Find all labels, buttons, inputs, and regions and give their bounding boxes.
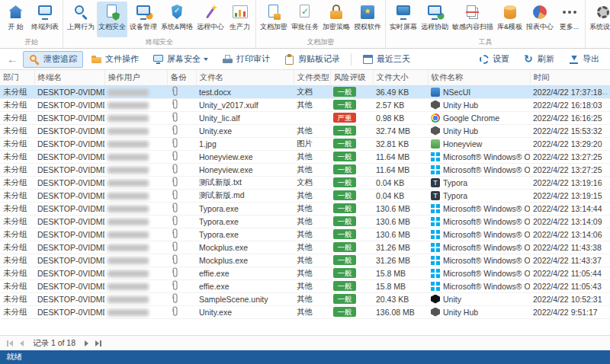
table-row[interactable]: 未分组 DESKTOP-0VIDMDJ 1.jpg 图片 一般 32.81 KB…	[0, 137, 610, 150]
ribbon-button[interactable]: 终端列表	[30, 2, 60, 37]
toolbar-action-button[interactable]: 设置	[472, 51, 515, 68]
column-header[interactable]: 部门	[0, 70, 34, 85]
cell-operator	[104, 150, 167, 163]
paperclip-icon[interactable]	[170, 177, 179, 189]
table-row[interactable]: 未分组 DESKTOP-0VIDMDJ Typora.exe 其他 一般 130…	[0, 202, 610, 215]
ribbon-button[interactable]: 远程协助	[419, 2, 450, 37]
table-row[interactable]: 未分组 DESKTOP-0VIDMDJ Typora.exe 其他 一般 130…	[0, 228, 610, 241]
toolbar-button[interactable]: 剪贴板记录	[278, 51, 346, 68]
table-row[interactable]: 未分组 DESKTOP-0VIDMDJ effie.exe 其他 一般 15.8…	[0, 279, 610, 292]
paperclip-icon[interactable]	[170, 125, 179, 137]
column-header[interactable]: 文件类型	[294, 70, 330, 85]
ribbon-button-label: 上网行为	[67, 22, 95, 32]
column-header[interactable]: 文件大小	[373, 70, 428, 85]
cell-appname: Typora	[428, 176, 530, 189]
row-actions-button[interactable]: ...	[599, 87, 608, 96]
column-header[interactable]: 时间	[530, 70, 610, 85]
paperclip-icon[interactable]	[170, 112, 179, 124]
column-header[interactable]: 备份	[167, 70, 196, 85]
column-header[interactable]: 风险评级	[330, 70, 373, 85]
ribbon-button-label: 开 始	[8, 22, 24, 32]
table-row[interactable]: 未分组 DESKTOP-0VIDMDJ 测试新版.txt 文档 一般 0.04 …	[0, 176, 610, 189]
ribbon-button[interactable]: 远程中心	[195, 2, 226, 37]
prev-page-button[interactable]	[18, 337, 26, 350]
cell-time: 2022/4/22 16:16:25...	[530, 111, 610, 124]
risk-badge: 严重	[333, 113, 356, 123]
paperclip-icon[interactable]	[170, 280, 179, 292]
app-name: Unity Hub	[443, 126, 478, 136]
ribbon-button[interactable]: 生产力	[226, 2, 253, 37]
toolbar-action-button[interactable]: 刷新	[517, 51, 560, 68]
ribbon-button[interactable]: 更多...	[556, 2, 583, 37]
paperclip-icon[interactable]	[170, 293, 179, 305]
table-row[interactable]: 未分组 DESKTOP-0VIDMDJ Typora.exe 其他 一般 130…	[0, 215, 610, 228]
paperclip-icon[interactable]	[170, 99, 179, 111]
paperclip-icon[interactable]	[170, 86, 179, 98]
paperclip-icon[interactable]	[170, 306, 179, 318]
ribbon-button[interactable]: 文档安全	[97, 2, 127, 37]
column-header[interactable]: 操作用户	[104, 70, 167, 85]
date-filter-button[interactable]: 最近三天	[356, 51, 416, 68]
risk-badge: 一般	[333, 177, 356, 187]
app-name: Microsoft® Windows® Oper...	[443, 152, 530, 161]
toolbar-button[interactable]: 屏幕安全	[146, 51, 214, 68]
column-header[interactable]: 文件名	[196, 70, 294, 85]
table-row[interactable]: 未分组 DESKTOP-0VIDMDJ Honeyview.exe 其他 一般 …	[0, 150, 610, 163]
paperclip-icon[interactable]	[170, 267, 179, 279]
paperclip-icon[interactable]	[170, 138, 179, 150]
ribbon-button[interactable]: 报表中心	[525, 2, 555, 37]
column-header[interactable]: 软件名称	[428, 70, 530, 85]
cell-risk: 一般	[330, 176, 373, 189]
ribbon-button[interactable]: 系统&网络	[159, 2, 194, 37]
table-row[interactable]: 未分组 DESKTOP-0VIDMDJ effie.exe 其他 一般 15.8…	[0, 267, 610, 279]
table-row[interactable]: 未分组 DESKTOP-0VIDMDJ SampleScene.unity 其他…	[0, 292, 610, 305]
table-row[interactable]: 未分组 DESKTOP-0VIDMDJ test.docx 文档 一般 36.4…	[0, 85, 610, 98]
paperclip-icon[interactable]	[170, 228, 179, 241]
clipboard-icon	[284, 54, 295, 65]
table-row[interactable]: 未分组 DESKTOP-0VIDMDJ Mockplus.exe 其他 一般 3…	[0, 241, 610, 254]
ribbon-button-label: 系统设置	[589, 22, 610, 32]
table-row[interactable]: 未分组 DESKTOP-0VIDMDJ Honeyview.exe 其他 一般 …	[0, 163, 610, 176]
export-icon	[568, 54, 580, 65]
cell-terminal: DESKTOP-0VIDMDJ	[34, 292, 104, 305]
app-name: Typora	[443, 191, 467, 200]
ribbon-button[interactable]: 敏感内容扫描	[451, 2, 495, 37]
toolbar-button[interactable]: 打印审计	[216, 51, 276, 68]
column-header[interactable]: 终端名	[34, 70, 104, 85]
ribbon-button[interactable]: 授权软件	[352, 2, 383, 37]
first-page-button[interactable]	[5, 337, 15, 350]
back-button[interactable]	[5, 52, 21, 67]
paperclip-icon[interactable]	[170, 151, 179, 163]
toolbar-action-button[interactable]: 导出	[562, 51, 605, 68]
ribbon-button[interactable]: 上网行为	[66, 2, 96, 37]
ribbon-button[interactable]: 实时屏幕	[388, 2, 419, 37]
paperclip-icon[interactable]	[170, 216, 179, 228]
table-row[interactable]: 未分组 DESKTOP-0VIDMDJ Mockplus.exe 其他 一般 3…	[0, 254, 610, 267]
cell-terminal: DESKTOP-0VIDMDJ	[34, 202, 104, 215]
toolbar-button-label: 文件操作	[105, 53, 139, 65]
cell-filetype: 其他	[294, 228, 330, 241]
paperclip-icon[interactable]	[170, 241, 179, 254]
ribbon-button[interactable]: 开 始	[2, 2, 29, 37]
table-row[interactable]: 未分组 DESKTOP-0VIDMDJ Unity.exe 其他 一般 32.7…	[0, 124, 610, 137]
table-row[interactable]: 未分组 DESKTOP-0VIDMDJ Unity_v2017.xulf 其他 …	[0, 98, 610, 111]
ribbon-button[interactable]: 设备管理	[128, 2, 159, 37]
ribbon-button[interactable]: 文档加密	[258, 2, 289, 37]
paperclip-icon[interactable]	[170, 203, 179, 215]
toolbar-button[interactable]: 泄密追踪	[23, 51, 83, 68]
last-page-button[interactable]	[93, 337, 104, 350]
ribbon-button[interactable]: 加密策略	[321, 2, 352, 37]
paperclip-icon[interactable]	[170, 254, 179, 267]
table-row[interactable]: 未分组 DESKTOP-0VIDMDJ 测试新版.md 其他 一般 0.04 K…	[0, 189, 610, 202]
paperclip-icon[interactable]	[170, 164, 179, 176]
ribbon-button[interactable]: 库&模板	[496, 2, 524, 37]
next-page-button[interactable]	[82, 337, 91, 350]
operator-redacted	[108, 128, 149, 135]
table-row[interactable]: 未分组 DESKTOP-0VIDMDJ Unity_lic.alf 严重 0.9…	[0, 111, 610, 124]
toolbar-button[interactable]: 文件操作	[85, 51, 145, 68]
paperclip-icon[interactable]	[170, 190, 179, 202]
cell-risk: 一般	[330, 305, 373, 318]
table-row[interactable]: 未分组 DESKTOP-0VIDMDJ Unity.exe 其他 一般 136.…	[0, 305, 610, 318]
ribbon-button[interactable]: 审批任务	[290, 2, 320, 37]
ribbon-button[interactable]: 系统设置	[588, 2, 610, 37]
